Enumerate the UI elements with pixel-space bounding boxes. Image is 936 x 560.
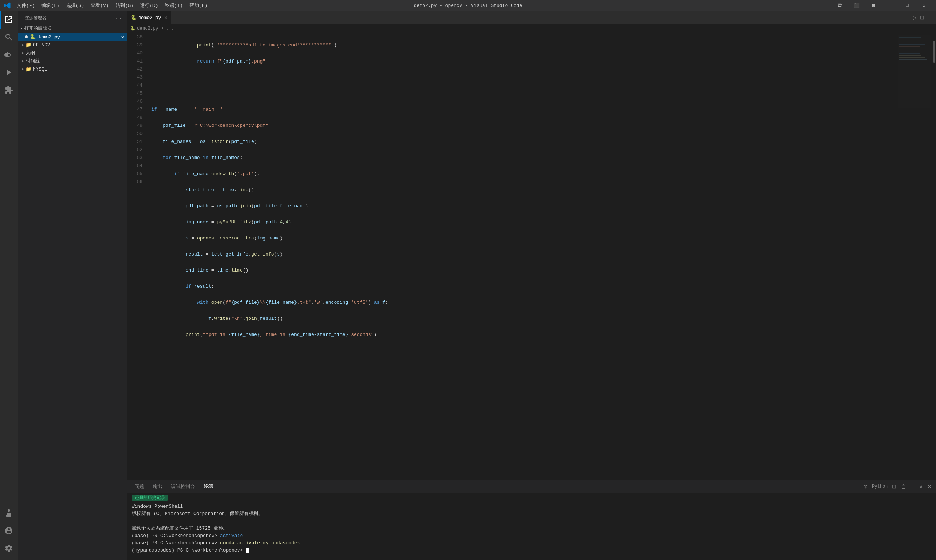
- panel-actions: ⊕ Python ⊟ 🗑 ··· ∧ ✕: [862, 483, 933, 490]
- open-editors-section: ▾ 打开的编辑器 🐍 demo2.py ✕: [17, 24, 127, 41]
- activity-bar: [0, 11, 17, 560]
- code-line-40: [151, 74, 896, 82]
- breadcrumb-text[interactable]: demo2.py > ...: [137, 26, 174, 31]
- open-file-name: demo2.py: [37, 34, 60, 40]
- menu-goto[interactable]: 转到(G): [112, 1, 136, 10]
- tab-demo2[interactable]: 🐍 demo2.py ✕: [127, 11, 171, 24]
- mysql-folder-icon: 📁: [26, 66, 31, 72]
- open-editors-toggle[interactable]: ▾ 打开的编辑器: [17, 24, 127, 33]
- menu-bar: 文件(F) 编辑(E) 选择(S) 查看(V) 转到(G) 运行(R) 终端(T…: [14, 1, 210, 10]
- outline-section[interactable]: ▶ 大纲: [17, 49, 127, 57]
- split-terminal-button[interactable]: ⊟: [891, 483, 898, 490]
- split-editor-button[interactable]: ⊟: [919, 13, 926, 22]
- split-button[interactable]: ⬛: [848, 0, 865, 11]
- code-line-42: if __name__ == '__main__':: [151, 106, 896, 114]
- close-button[interactable]: ✕: [916, 0, 932, 11]
- dirty-dot-icon: [25, 35, 28, 38]
- account-icon[interactable]: [0, 522, 17, 540]
- tab-file-icon: 🐍: [131, 15, 137, 20]
- new-terminal-button[interactable]: ⊕: [862, 483, 869, 490]
- run-debug-icon[interactable]: [0, 64, 17, 81]
- folder-opencv[interactable]: ▶ 📁 OPENCV: [17, 41, 127, 49]
- tab-close-icon[interactable]: ✕: [164, 15, 167, 21]
- terminal-line-3: [132, 518, 931, 525]
- terminal-prompt-6: (base) PS C:\workbench\opencv>: [132, 540, 220, 546]
- menu-run[interactable]: 运行(R): [137, 1, 161, 10]
- close-file-icon[interactable]: ✕: [122, 34, 124, 40]
- window-title: demo2.py - opencv - Visual Studio Code: [414, 3, 522, 8]
- source-control-icon[interactable]: [0, 46, 17, 64]
- editor-area: 🐍 demo2.py ✕ ▷ ⊟ ··· 🐍 demo2.py > ... 38…: [127, 11, 936, 560]
- terminal-cmd-5: activate: [220, 533, 243, 538]
- outline-label: 大纲: [26, 50, 35, 56]
- code-line-56: print(f"pdf is {file_name}, time is {end…: [151, 331, 896, 339]
- code-line-44: file_names = os.listdir(pdf_file): [151, 138, 896, 146]
- terminal-line-4: 加载个人及系统配置文件用了 15725 毫秒。: [132, 525, 931, 532]
- vertical-scrollbar[interactable]: [932, 33, 936, 480]
- menu-terminal[interactable]: 终端(T): [162, 1, 185, 10]
- panel-tab-output[interactable]: 输出: [148, 481, 167, 492]
- code-line-47: start_time = time.time(): [151, 186, 896, 194]
- more-terminal-button[interactable]: ···: [909, 483, 916, 490]
- code-line-54: with open(f"{pdf_file}\\{file_name}.txt"…: [151, 298, 896, 307]
- code-line-38: print("***********pdf to images end!****…: [151, 41, 896, 49]
- terminal-line-5: (base) PS C:\workbench\opencv> activate: [132, 532, 931, 540]
- vscode-icon: [4, 2, 11, 9]
- explorer-icon[interactable]: [0, 11, 17, 29]
- window-controls: ⧉ ⬛ ⊞ ─ □ ✕: [831, 0, 932, 11]
- titlebar: 文件(F) 编辑(E) 选择(S) 查看(V) 转到(G) 运行(R) 终端(T…: [0, 0, 936, 11]
- timeline-section[interactable]: ▶ 时间线: [17, 57, 127, 65]
- folder-icon: 📁: [26, 42, 31, 48]
- code-line-41: [151, 89, 896, 98]
- editor-panel-wrapper: 38 39 40 41 42 43 44 45 46 47 48 49 50 5…: [127, 33, 936, 560]
- folder-name: OPENCV: [33, 42, 50, 48]
- open-editors-label: 打开的编辑器: [25, 25, 52, 31]
- folder-mysql[interactable]: ▶ 📁 MYSQL: [17, 65, 127, 73]
- trash-terminal-button[interactable]: 🗑: [899, 483, 907, 490]
- mysql-folder-name: MYSQL: [33, 66, 47, 72]
- scrollbar-thumb[interactable]: [933, 41, 935, 63]
- run-file-button[interactable]: ▷: [911, 13, 919, 22]
- menu-select[interactable]: 选择(S): [63, 1, 87, 10]
- code-editor[interactable]: 38 39 40 41 42 43 44 45 46 47 48 49 50 5…: [127, 33, 936, 480]
- python-indicator: Python: [871, 484, 889, 489]
- minimap[interactable]: [896, 33, 932, 480]
- settings-icon[interactable]: [0, 540, 17, 557]
- maximize-panel-button[interactable]: ∧: [918, 483, 924, 490]
- more-actions-button[interactable]: ···: [926, 13, 933, 22]
- layout-button[interactable]: ⧉: [831, 0, 848, 11]
- code-line-39: return f"{pdf_path}.png": [151, 57, 896, 65]
- sidebar-more-button[interactable]: ···: [111, 15, 123, 22]
- timeline-label: 时间线: [26, 58, 40, 64]
- open-file-demo2[interactable]: 🐍 demo2.py ✕: [17, 33, 127, 41]
- sidebar: 资源管理器 ··· ▾ 打开的编辑器 🐍 demo2.py ✕ ▶ 📁 OPEN…: [17, 11, 127, 560]
- breadcrumb: 🐍 demo2.py > ...: [127, 24, 936, 33]
- code-line-45: for file_name in file_names:: [151, 154, 896, 162]
- testing-icon[interactable]: [0, 505, 17, 522]
- code-line-51: result = test_get_info.get_info(s): [151, 251, 896, 258]
- menu-file[interactable]: 文件(F): [14, 1, 38, 10]
- tabs-bar: 🐍 demo2.py ✕ ▷ ⊟ ···: [127, 11, 936, 24]
- maximize-button[interactable]: □: [899, 0, 916, 11]
- svg-rect-13: [898, 35, 930, 108]
- close-panel-button[interactable]: ✕: [926, 483, 933, 490]
- minimize-button[interactable]: ─: [882, 0, 899, 11]
- terminal-history-tag[interactable]: 还原的历史记录: [132, 495, 168, 501]
- menu-help[interactable]: 帮助(H): [186, 1, 210, 10]
- panel-tab-terminal[interactable]: 终端: [199, 481, 217, 492]
- menu-view[interactable]: 查看(V): [88, 1, 111, 10]
- code-line-48: pdf_path = os.path.join(pdf_file,file_na…: [151, 202, 896, 210]
- terminal-content[interactable]: 还原的历史记录 Windows PowerShell 版权所有 (C) Micr…: [127, 493, 936, 560]
- terminal-prompt-5: (base) PS C:\workbench\opencv>: [132, 533, 220, 538]
- code-content[interactable]: print("***********pdf to images end!****…: [146, 33, 896, 480]
- panel-tab-debug[interactable]: 调试控制台: [167, 481, 199, 492]
- search-icon[interactable]: [0, 29, 17, 46]
- menu-edit[interactable]: 编辑(E): [38, 1, 62, 10]
- terminal-line-7: (mypandascodes) PS C:\workbench\opencv>: [132, 547, 931, 554]
- extensions-icon[interactable]: [0, 81, 17, 99]
- terminal-line-1: Windows PowerShell: [132, 503, 931, 510]
- mysql-chevron-icon: ▶: [22, 67, 24, 71]
- outline-chevron-icon: ▶: [22, 51, 24, 55]
- panel-tab-problems[interactable]: 问题: [130, 481, 148, 492]
- grid-button[interactable]: ⊞: [865, 0, 882, 11]
